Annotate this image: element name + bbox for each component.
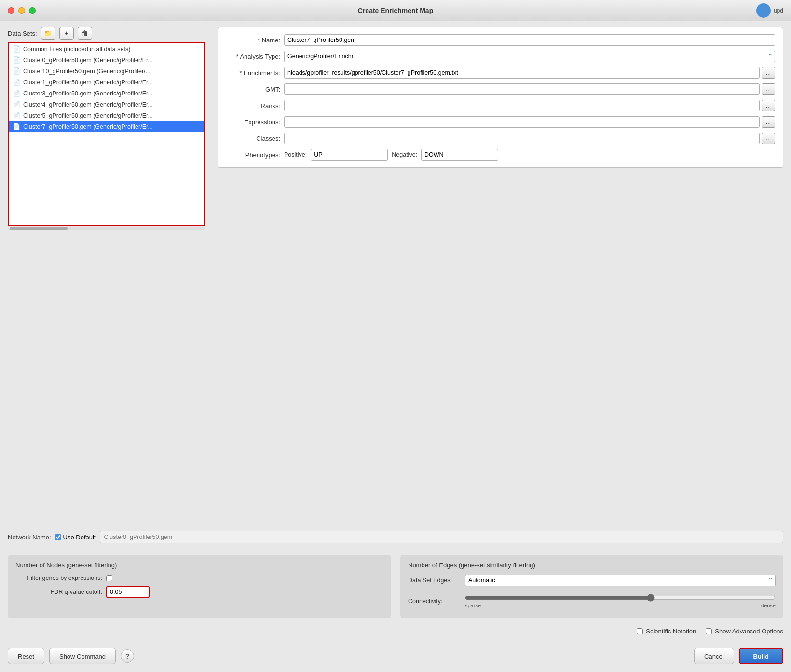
folder-icon: 📁 bbox=[44, 29, 52, 37]
connectivity-slider-container: sparse dense bbox=[465, 594, 776, 608]
show-command-button[interactable]: Show Command bbox=[49, 648, 116, 664]
connectivity-label: Connectivity: bbox=[408, 598, 461, 605]
negative-label: Negative: bbox=[392, 151, 417, 158]
close-window-button[interactable] bbox=[8, 7, 14, 14]
dataset-item-label: Cluster7_gProfiler50.gem (Generic/gProfi… bbox=[23, 123, 153, 130]
filter-genes-label: Filter genes by expressions: bbox=[15, 575, 102, 581]
form-section: * Name: * Analysis Type: Generic/gProfil… bbox=[218, 27, 783, 168]
dataset-item[interactable]: 📄Cluster3_gProfiler50.gem (Generic/gProf… bbox=[9, 88, 204, 99]
use-default-checkbox[interactable] bbox=[55, 534, 61, 540]
edges-filter-panel: Number of Edges (gene-set similarity fil… bbox=[400, 555, 783, 618]
ranks-input-group: ... bbox=[284, 100, 775, 111]
datasets-header: Data Sets: 📁 + 🗑 bbox=[8, 27, 205, 40]
analysis-type-row: * Analysis Type: Generic/gProfiler/Enric… bbox=[226, 51, 775, 62]
dataset-item[interactable]: 📄Cluster10_gProfiler50.gem (Generic/gPro… bbox=[9, 66, 204, 77]
name-label: * Name: bbox=[226, 37, 284, 44]
enrichments-row: * Enrichments: ... bbox=[226, 67, 775, 79]
expressions-browse-button[interactable]: ... bbox=[762, 116, 775, 128]
analysis-type-select[interactable]: Generic/gProfiler/Enrichr bbox=[284, 51, 775, 62]
dataset-item-label: Cluster5_gProfiler50.gem (Generic/gProfi… bbox=[23, 112, 153, 119]
show-advanced-label[interactable]: Show Advanced Options bbox=[715, 628, 783, 635]
filter-genes-checkbox[interactable] bbox=[106, 575, 112, 581]
file-icon: 📄 bbox=[13, 101, 20, 108]
name-row: * Name: bbox=[226, 34, 775, 46]
dense-label: dense bbox=[761, 603, 776, 608]
right-panel: * Name: * Analysis Type: Generic/gProfil… bbox=[210, 27, 783, 525]
ranks-browse-button[interactable]: ... bbox=[762, 100, 775, 111]
scientific-notation-option: Scientific Notation bbox=[637, 628, 696, 635]
dataset-item[interactable]: 📄Common Files (included in all data sets… bbox=[9, 43, 204, 54]
file-icon: 📄 bbox=[13, 79, 20, 86]
fdr-row: FDR q-value cutoff: bbox=[15, 586, 383, 598]
dataset-item[interactable]: 📄Cluster5_gProfiler50.gem (Generic/gProf… bbox=[9, 110, 204, 121]
dataset-item-label: Cluster4_gProfiler50.gem (Generic/gProfi… bbox=[23, 101, 153, 108]
expressions-input[interactable] bbox=[284, 116, 760, 128]
expressions-row: Expressions: ... bbox=[226, 116, 775, 128]
file-icon: 📄 bbox=[13, 67, 20, 75]
network-section: Network Name: Use Default bbox=[8, 531, 783, 543]
expressions-input-group: ... bbox=[284, 116, 775, 128]
add-dataset-button[interactable]: + bbox=[59, 27, 74, 40]
dataset-item[interactable]: 📄Cluster0_gProfiler50.gem (Generic/gProf… bbox=[9, 54, 204, 66]
positive-label: Positive: bbox=[284, 151, 307, 158]
gmt-input[interactable] bbox=[284, 83, 760, 95]
positive-input[interactable] bbox=[311, 149, 388, 161]
minimize-window-button[interactable] bbox=[18, 7, 25, 14]
bottom-bar: Reset Show Command ? Cancel Build bbox=[8, 643, 783, 672]
left-buttons: Reset Show Command ? bbox=[8, 648, 134, 664]
negative-input[interactable] bbox=[421, 149, 498, 161]
network-name-input[interactable] bbox=[100, 531, 784, 543]
ranks-input[interactable] bbox=[284, 100, 760, 111]
build-button[interactable]: Build bbox=[739, 648, 784, 664]
window-title: Create Enrichment Map bbox=[358, 7, 433, 14]
help-button[interactable]: ? bbox=[121, 649, 134, 663]
maximize-window-button[interactable] bbox=[29, 7, 36, 14]
title-bar: Create Enrichment Map upd bbox=[0, 0, 791, 21]
scientific-notation-checkbox[interactable] bbox=[637, 628, 643, 634]
classes-input[interactable] bbox=[284, 133, 760, 144]
classes-browse-button[interactable]: ... bbox=[762, 133, 775, 144]
cancel-button[interactable]: Cancel bbox=[694, 648, 734, 664]
nodes-filter-panel: Number of Nodes (gene-set filtering) Fil… bbox=[8, 555, 391, 618]
connectivity-slider[interactable] bbox=[465, 594, 776, 602]
dataset-edges-select[interactable]: Automatic Combined Separate bbox=[465, 575, 776, 586]
show-advanced-checkbox[interactable] bbox=[706, 628, 712, 634]
plus-icon: + bbox=[65, 29, 68, 37]
fdr-input[interactable] bbox=[106, 586, 150, 598]
dataset-item[interactable]: 📄Cluster7_gProfiler50.gem (Generic/gProf… bbox=[9, 121, 204, 132]
delete-dataset-button[interactable]: 🗑 bbox=[78, 27, 92, 40]
file-icon: 📄 bbox=[13, 56, 20, 64]
phenotype-group: Positive: Negative: bbox=[284, 149, 498, 161]
datasets-list[interactable]: 📄Common Files (included in all data sets… bbox=[8, 42, 205, 226]
phenotypes-row: Phenotypes: Positive: Negative: bbox=[226, 149, 775, 161]
dataset-item-label: Cluster0_gProfiler50.gem (Generic/gProfi… bbox=[23, 57, 153, 64]
enrichments-input-group: ... bbox=[284, 67, 775, 79]
enrichments-browse-button[interactable]: ... bbox=[762, 67, 775, 79]
scientific-notation-label[interactable]: Scientific Notation bbox=[646, 628, 696, 635]
name-input[interactable] bbox=[284, 34, 775, 46]
classes-row: Classes: ... bbox=[226, 133, 775, 144]
open-folder-button[interactable]: 📁 bbox=[41, 27, 55, 40]
slider-labels: sparse dense bbox=[465, 603, 776, 608]
file-icon: 📄 bbox=[13, 45, 20, 53]
right-buttons: Cancel Build bbox=[694, 648, 783, 664]
dataset-item[interactable]: 📄Cluster1_gProfiler50.gem (Generic/gProf… bbox=[9, 77, 204, 88]
datasets-scrollbar[interactable] bbox=[8, 227, 205, 230]
gmt-input-group: ... bbox=[284, 83, 775, 95]
edges-panel-title: Number of Edges (gene-set similarity fil… bbox=[408, 562, 776, 569]
use-default-label[interactable]: Use Default bbox=[63, 534, 96, 541]
analysis-type-label: * Analysis Type: bbox=[226, 53, 284, 60]
enrichments-label: * Enrichments: bbox=[226, 69, 284, 77]
enrichments-input[interactable] bbox=[284, 67, 760, 79]
classes-input-group: ... bbox=[284, 133, 775, 144]
network-name-label: Network Name: bbox=[8, 534, 51, 541]
dataset-item-label: Cluster10_gProfiler50.gem (Generic/gProf… bbox=[23, 68, 150, 75]
window-controls bbox=[8, 7, 36, 14]
gmt-label: GMT: bbox=[226, 86, 284, 93]
update-label: upd bbox=[774, 7, 783, 14]
dataset-item[interactable]: 📄Cluster4_gProfiler50.gem (Generic/gProf… bbox=[9, 99, 204, 110]
gmt-browse-button[interactable]: ... bbox=[762, 83, 775, 95]
reset-button[interactable]: Reset bbox=[8, 648, 44, 664]
update-icon bbox=[756, 3, 771, 18]
ranks-row: Ranks: ... bbox=[226, 100, 775, 111]
